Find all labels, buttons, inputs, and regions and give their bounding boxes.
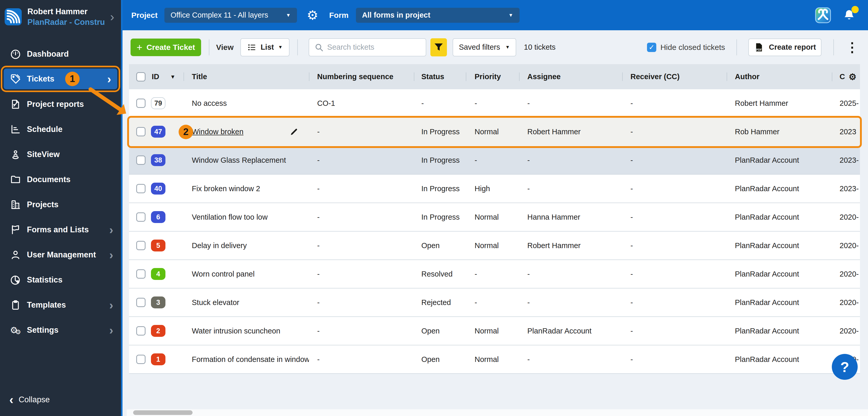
create-report-label: Create report (769, 43, 816, 52)
ticket-status-cell: In Progress (414, 127, 466, 136)
kebab-menu-icon[interactable]: ⋮ (846, 41, 859, 54)
ticket-priority-cell: Normal (466, 355, 519, 364)
project-settings-gear-icon[interactable]: ⚙ (307, 9, 318, 22)
sidebar-item-forms-and-lists[interactable]: Forms and Lists› (0, 217, 121, 242)
ticket-row[interactable]: 472Window broken-In ProgressNormalRobert… (129, 118, 860, 146)
hide-closed-label[interactable]: Hide closed tickets (660, 43, 725, 52)
ticket-title[interactable]: Water intrusion scuncheon (192, 327, 280, 335)
sidebar-item-documents[interactable]: Documents (0, 167, 121, 192)
row-checkbox[interactable] (136, 269, 146, 279)
caret-down-icon: ▼ (278, 44, 283, 50)
ticket-priority-cell: - (466, 270, 519, 278)
sidebar-item-project-reports[interactable]: Project reports (0, 92, 121, 117)
row-checkbox[interactable] (136, 241, 146, 250)
column-header-status[interactable]: Status (414, 72, 466, 81)
row-checkbox[interactable] (136, 326, 146, 335)
ticket-priority-cell: Normal (466, 241, 519, 250)
row-checkbox[interactable] (136, 155, 146, 165)
collapse-button[interactable]: ‹ Collapse (0, 392, 121, 416)
ticket-status-cell: - (414, 99, 466, 108)
ticket-status-cell: In Progress (414, 213, 466, 221)
ticket-title[interactable]: Formation of condensate in window (192, 355, 309, 364)
row-checkbox[interactable] (136, 184, 146, 193)
sidebar-item-label: Tickets (27, 74, 54, 84)
column-header-id[interactable]: ID ▼ (150, 72, 184, 81)
ticket-created-cell: 2025- (832, 99, 860, 108)
sidebar-item-projects[interactable]: Projects (0, 192, 121, 217)
row-checkbox[interactable] (136, 98, 146, 108)
view-mode-dropdown[interactable]: List ▼ (240, 38, 289, 56)
chevron-right-icon: › (107, 74, 111, 84)
ticket-row[interactable]: 5Delay in delivery-OpenNormalRobert Hamm… (129, 232, 860, 260)
ticket-row[interactable]: 1Formation of condensate in window-OpenN… (129, 345, 860, 374)
column-header-title[interactable]: Title (184, 72, 309, 81)
edit-pencil-icon[interactable] (290, 127, 299, 136)
ticket-title[interactable]: Window Glass Replacement (192, 156, 286, 165)
toolbar-right: ✓ Hide closed tickets PDF Create report … (647, 38, 859, 56)
ticket-row[interactable]: 38Window Glass Replacement-In Progress--… (129, 146, 860, 175)
create-ticket-button[interactable]: + Create Ticket (130, 38, 201, 56)
ticket-receiver-cell: - (622, 327, 726, 335)
sidebar-item-siteview[interactable]: SiteView (0, 142, 121, 167)
ticket-title[interactable]: No access (192, 99, 227, 108)
column-header-assignee[interactable]: Assignee (519, 72, 622, 81)
sidebar-item-schedule[interactable]: Schedule (0, 117, 121, 142)
row-checkbox[interactable] (136, 355, 146, 364)
ticket-title[interactable]: Ventilation flow too low (192, 213, 268, 221)
column-settings-gear-icon[interactable]: ⚙ (848, 72, 856, 81)
sidebar-item-dashboard[interactable]: Dashboard (0, 41, 121, 66)
ticket-row[interactable]: 40Fix broken window 2-In ProgressHigh--P… (129, 175, 860, 203)
sidebar-item-settings[interactable]: ⚙⚙Settings› (0, 318, 121, 343)
ticket-row[interactable]: 2Water intrusion scuncheon-OpenNormalPla… (129, 317, 860, 345)
ticket-title[interactable]: Delay in delivery (192, 241, 247, 250)
form-dropdown[interactable]: All forms in project ▼ (356, 8, 520, 23)
sidebar-item-user-management[interactable]: User Management› (0, 242, 121, 267)
hide-closed-checkbox[interactable]: ✓ (647, 43, 656, 52)
ticket-title[interactable]: Window broken (192, 127, 244, 136)
column-header-receiver-cc[interactable]: Receiver (CC) (622, 72, 726, 81)
help-button[interactable]: ? (832, 354, 858, 380)
chevron-right-icon: › (109, 300, 113, 310)
row-checkbox[interactable] (136, 212, 146, 222)
sidebar-item-tickets[interactable]: Tickets1› (4, 68, 117, 89)
ticket-id-cell: 79 (150, 97, 184, 109)
column-label: Title (192, 72, 207, 81)
ticket-id-cell: 5 (150, 240, 184, 251)
toolbar: + Create Ticket View List ▼ Search ticke… (123, 30, 868, 64)
ticket-row[interactable]: 3Stuck elevator-Rejected---PlanRadar Acc… (129, 289, 860, 317)
sidebar-item-label: Project reports (27, 99, 84, 109)
column-header-priority[interactable]: Priority (466, 72, 519, 81)
ticket-title[interactable]: Worn control panel (192, 270, 255, 278)
row-checkbox[interactable] (136, 127, 146, 136)
saved-filters-dropdown[interactable]: Saved filters ▼ (453, 38, 516, 56)
ticket-created-cell: 2020- (832, 241, 860, 250)
ticket-title[interactable]: Stuck elevator (192, 298, 239, 307)
ticket-receiver-cell: - (622, 213, 726, 221)
sidebar-item-statistics[interactable]: Statistics (0, 267, 121, 292)
column-header-author[interactable]: Author (726, 72, 832, 81)
horizontal-scrollbar-thumb[interactable] (133, 410, 193, 415)
planradar-connect-app-icon[interactable] (815, 7, 831, 24)
select-all-checkbox[interactable] (136, 72, 146, 82)
column-header-numbering-sequence[interactable]: Numbering sequence (309, 72, 414, 81)
create-report-button[interactable]: PDF Create report (748, 38, 822, 56)
project-dropdown[interactable]: Office Complex 11 - All layers ▼ (164, 8, 297, 23)
account-switcher[interactable]: Robert Hammer PlanRadar - Construc... › (0, 0, 121, 34)
filter-button[interactable] (430, 38, 447, 56)
plus-icon: + (136, 42, 142, 52)
search-input[interactable]: Search tickets (309, 38, 426, 56)
ticket-id-badge: 3 (151, 296, 165, 308)
ticket-priority-cell: - (466, 99, 519, 108)
notifications-bell-icon[interactable] (843, 8, 856, 22)
form-dropdown-value: All forms in project (362, 11, 430, 20)
ticket-row[interactable]: 79No accessCO-1----Robert Hammer2025- (129, 89, 860, 118)
sidebar-item-templates[interactable]: Templates› (0, 292, 121, 318)
row-checkbox[interactable] (136, 298, 146, 307)
column-header-created[interactable]: C ⚙ (832, 72, 860, 81)
ticket-title[interactable]: Fix broken window 2 (192, 184, 260, 193)
ticket-row[interactable]: 4Worn control panel-Resolved---PlanRadar… (129, 260, 860, 289)
search-icon (314, 43, 323, 52)
ticket-id-badge: 47 (151, 126, 165, 138)
ticket-row[interactable]: 6Ventilation flow too low-In ProgressNor… (129, 203, 860, 232)
ticket-created-cell: 2020- (832, 298, 860, 307)
